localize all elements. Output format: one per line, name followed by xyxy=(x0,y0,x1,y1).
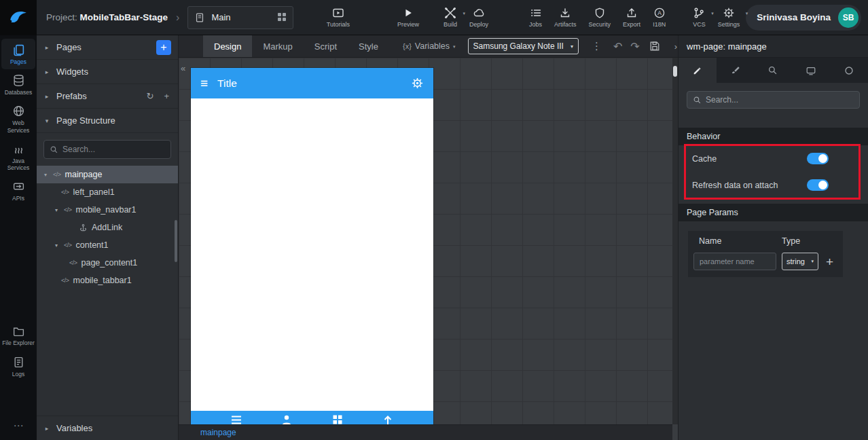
scrollbar-thumb[interactable] xyxy=(673,66,677,77)
rail-item-web-services[interactable]: Web Services xyxy=(1,100,35,137)
page-structure-search xyxy=(43,140,171,159)
tree-node-label: page_content1 xyxy=(82,258,138,268)
vcs-button[interactable]: VCS ▾ xyxy=(687,0,712,35)
tab-properties[interactable] xyxy=(679,58,717,83)
rail-item-pages[interactable]: Pages xyxy=(1,39,35,69)
code-icon: </> xyxy=(64,206,72,213)
rail-label: File Explorer xyxy=(2,340,35,346)
tab-device[interactable] xyxy=(792,58,830,83)
page-params-section-header[interactable]: Page Params xyxy=(679,204,868,221)
rail-item-logs[interactable]: Logs xyxy=(1,351,35,382)
preview-button[interactable]: Preview xyxy=(391,0,425,35)
page-selector-value: Main xyxy=(211,12,271,22)
refresh-data-toggle[interactable] xyxy=(807,179,829,191)
phone-navbar[interactable]: ≡ Title xyxy=(191,68,433,98)
search-input[interactable] xyxy=(62,145,165,154)
rail-item-apis[interactable]: APIs xyxy=(1,175,35,206)
refresh-icon[interactable]: ↻ xyxy=(145,91,156,101)
left-panel-scrollbar[interactable] xyxy=(175,220,177,262)
breadcrumb-mainpage[interactable]: mainpage xyxy=(200,428,236,437)
project-label: Project: xyxy=(46,12,77,22)
rail-item-file-explorer[interactable]: File Explorer xyxy=(1,320,35,350)
hamburger-menu-icon[interactable]: ≡ xyxy=(200,77,208,90)
more-options-icon[interactable]: ⋯ xyxy=(14,416,24,436)
phone-tabbar[interactable] xyxy=(191,411,433,424)
rail-item-java-services[interactable]: Java Services xyxy=(1,138,35,175)
tree-node-mobile-tabbar1[interactable]: </> mobile_tabbar1 xyxy=(37,272,178,289)
security-button[interactable]: Security xyxy=(583,0,617,35)
export-upload-icon xyxy=(626,7,638,19)
properties-search-input[interactable] xyxy=(706,95,854,105)
caret-down-icon[interactable]: ▾ xyxy=(53,207,60,213)
tree-node-mobile-navbar1[interactable]: ▾ </> mobile_navbar1 xyxy=(37,201,178,219)
tab-state[interactable] xyxy=(830,58,868,83)
tree-node-left-panel1[interactable]: </> left_panel1 xyxy=(37,183,178,201)
code-icon: </> xyxy=(61,277,69,284)
section-widgets[interactable]: ▸ Widgets xyxy=(37,60,178,84)
more-menu-icon[interactable]: ⋮ xyxy=(588,40,605,52)
parameter-name-input[interactable] xyxy=(693,253,776,270)
globe-icon xyxy=(12,105,25,117)
device-select[interactable]: Samsung Galaxy Note III ▾ xyxy=(468,38,579,54)
properties-search xyxy=(687,91,860,109)
phone-settings-icon[interactable] xyxy=(411,77,424,90)
undo-icon[interactable]: ↶ xyxy=(613,40,622,53)
add-parameter-button[interactable]: + xyxy=(826,255,833,268)
i18n-button[interactable]: A I18N xyxy=(647,0,672,35)
settings-button[interactable]: Settings ▾ xyxy=(712,0,746,35)
collapse-left-panel-icon[interactable]: « xyxy=(181,63,185,73)
tab-label: Design xyxy=(214,41,241,52)
section-prefabs[interactable]: ▸ Prefabs ↻ + xyxy=(37,84,178,109)
add-page-button[interactable]: + xyxy=(156,40,171,55)
tutorials-icon xyxy=(332,7,344,19)
section-pages[interactable]: ▸ Pages + xyxy=(37,35,178,60)
cache-toggle[interactable] xyxy=(807,153,829,164)
phone-preview[interactable]: ≡ Title xyxy=(191,68,433,424)
tab-style[interactable]: Style xyxy=(348,35,389,57)
caret-down-icon[interactable]: ▾ xyxy=(53,242,60,249)
add-prefab-icon[interactable]: + xyxy=(162,91,171,101)
deploy-button[interactable]: Deploy xyxy=(463,0,494,35)
folder-icon xyxy=(12,325,25,337)
tab-advanced-search[interactable] xyxy=(755,58,793,83)
tree-node-mainpage[interactable]: ▾ </> mainpage xyxy=(37,166,178,183)
section-page-structure[interactable]: ▾ Page Structure xyxy=(37,109,178,133)
variables-button[interactable]: {x} Variables ▾ xyxy=(403,41,456,51)
pencil-icon xyxy=(692,65,703,76)
jobs-button[interactable]: Jobs xyxy=(523,0,548,35)
export-button[interactable]: Export xyxy=(617,0,647,35)
user-menu[interactable]: Srinivasa Boyina SB xyxy=(746,5,861,31)
property-label: Cache xyxy=(692,154,717,164)
tab-script[interactable]: Script xyxy=(304,35,348,57)
tutorials-button[interactable]: Tutorials xyxy=(321,0,356,35)
build-button[interactable]: Build ▾ xyxy=(437,0,463,35)
tab-styles[interactable] xyxy=(717,58,755,83)
caret-down-icon[interactable]: ▾ xyxy=(42,172,49,178)
parameter-type-select[interactable]: string ▾ xyxy=(782,253,818,270)
canvas-vertical-scrollbar[interactable] xyxy=(672,58,678,424)
save-button[interactable] xyxy=(649,41,660,52)
tree-node-page-content1[interactable]: </> page_content1 xyxy=(37,254,178,272)
action-label: Artifacts xyxy=(554,21,577,28)
redo-icon[interactable]: ↷ xyxy=(630,40,639,53)
grid-view-icon[interactable] xyxy=(278,13,287,22)
page-selector[interactable]: Main xyxy=(187,6,293,29)
behavior-section-header[interactable]: Behavior xyxy=(679,128,868,145)
tree-node-addlink[interactable]: AddLink xyxy=(37,219,178,236)
tree-node-label: mobile_tabbar1 xyxy=(73,276,132,285)
app-logo[interactable] xyxy=(0,0,37,35)
selected-widget-label: wm-page: mainpage xyxy=(687,41,767,52)
tab-markup[interactable]: Markup xyxy=(252,35,303,57)
vcs-branch-icon xyxy=(693,7,705,19)
section-variables[interactable]: ▸ Variables xyxy=(37,416,178,440)
properties-panel-tabs xyxy=(679,58,868,83)
brush-icon xyxy=(730,65,741,76)
tree-node-content1[interactable]: ▾ </> content1 xyxy=(37,236,178,254)
tabbar-list-icon xyxy=(230,414,242,424)
tab-design[interactable]: Design xyxy=(203,35,252,57)
project-breadcrumb: Project: MobileTabBar-Stage xyxy=(46,12,168,22)
artifacts-button[interactable]: Artifacts xyxy=(548,0,583,35)
expand-right-panel-icon[interactable]: › xyxy=(674,41,677,52)
rail-item-databases[interactable]: Databases xyxy=(1,69,35,100)
canvas-grid-area[interactable]: « ≡ Title xyxy=(179,58,672,424)
